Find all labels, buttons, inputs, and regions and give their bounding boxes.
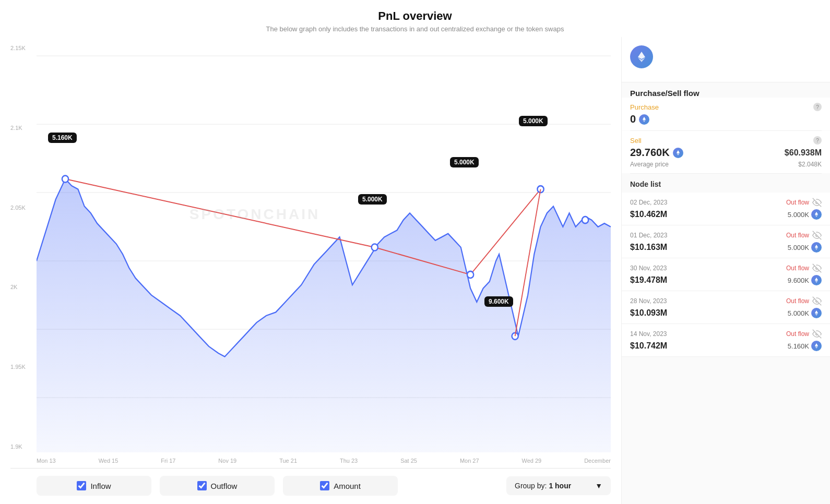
node-usd-2: $10.163M — [630, 243, 667, 252]
node-usd-5: $10.742M — [630, 341, 667, 351]
eye-off-icon-1[interactable] — [812, 198, 822, 207]
sell-help-icon[interactable]: ? — [813, 136, 822, 145]
purchase-eth-icon — [639, 114, 649, 125]
inflow-checkbox[interactable]: Inflow — [37, 476, 151, 496]
x-axis: Mon 13 Wed 15 Fri 17 Nov 19 Tue 21 Thu 2… — [37, 453, 611, 468]
node-usd-1: $10.462M — [630, 210, 667, 219]
node-item: 14 Nov, 2023 Out flow $10.742M 5.160K — [622, 324, 830, 357]
node-eth-4: 5.000K — [788, 308, 822, 318]
node-flow-5: Out flow — [786, 329, 822, 339]
svg-line-10 — [470, 189, 540, 275]
avg-price-row: Average price $2.048K — [630, 161, 822, 168]
outflow-checkbox[interactable]: Outflow — [160, 476, 275, 496]
x-label-10: December — [584, 458, 611, 464]
node-date-3: 30 Nov, 2023 — [630, 265, 667, 272]
node-amount-row-1: $10.462M 5.000K — [630, 209, 822, 220]
x-label-1: Mon 13 — [37, 458, 56, 464]
x-label-3: Fri 17 — [161, 458, 175, 464]
group-by-label: Group by: 1 hour — [515, 482, 571, 490]
page-subtitle: The below graph only includes the transa… — [0, 25, 830, 33]
y-label-3: 2.05K — [10, 205, 37, 211]
amount-checkbox-input[interactable] — [320, 481, 329, 490]
chart-area: 2.15K 2.1K 2.05K 2K 1.95K 1.9K — [0, 37, 621, 504]
node-amount-row-4: $10.093M 5.000K — [630, 308, 822, 318]
node-eth-icon-3 — [811, 275, 822, 285]
avg-price-label: Average price — [630, 161, 669, 168]
node-eth-icon-2 — [811, 242, 822, 253]
node-item-header: 28 Nov, 2023 Out flow — [630, 296, 822, 306]
node-item-header: 01 Dec, 2023 Out flow — [630, 231, 822, 240]
node-date-1: 02 Dec, 2023 — [630, 199, 667, 206]
node-date-5: 14 Nov, 2023 — [630, 330, 667, 338]
avg-price-value: $2.048K — [798, 161, 822, 168]
x-label-4: Nov 19 — [218, 458, 236, 464]
node-eth-icon-4 — [811, 308, 822, 318]
x-label-5: Tue 21 — [279, 458, 297, 464]
sell-usd: $60.938M — [785, 148, 822, 158]
purchase-sell-title: Purchase/Sell flow — [622, 82, 830, 98]
node-item: 28 Nov, 2023 Out flow $10.093M 5.000K — [622, 291, 830, 324]
node-item: 30 Nov, 2023 Out flow $19.478M 9.600K — [622, 258, 830, 291]
node-eth-2: 5.000K — [788, 242, 822, 253]
x-label-8: Mon 27 — [460, 458, 479, 464]
node-flow-3: Out flow — [786, 263, 822, 273]
svg-point-11 — [467, 271, 473, 278]
x-label-6: Thu 23 — [340, 458, 358, 464]
node-flow-1: Out flow — [786, 198, 822, 207]
chart-container: 2.15K 2.1K 2.05K 2K 1.95K 1.9K — [10, 42, 611, 469]
node-eth-icon-1 — [811, 209, 822, 220]
y-label-6: 1.9K — [10, 443, 37, 450]
amount-checkbox[interactable]: Amount — [283, 476, 398, 496]
outflow-label: Outflow — [211, 482, 238, 490]
node-eth-3: 9.600K — [788, 275, 822, 285]
eye-off-icon-4[interactable] — [812, 296, 822, 306]
chevron-down-icon: ▼ — [595, 482, 602, 490]
eye-off-icon-3[interactable] — [812, 263, 822, 273]
node-usd-4: $10.093M — [630, 308, 667, 318]
node-item-header: 30 Nov, 2023 Out flow — [630, 263, 822, 273]
amount-label: Amount — [334, 482, 361, 490]
node-eth-5: 5.160K — [788, 341, 822, 351]
purchase-section: Purchase ? 0 — [622, 98, 830, 130]
eye-off-icon-5[interactable] — [812, 329, 822, 339]
main-content: 2.15K 2.1K 2.05K 2K 1.95K 1.9K — [0, 37, 830, 504]
node-item-header: 14 Nov, 2023 Out flow — [630, 329, 822, 339]
purchase-label: Purchase ? — [630, 103, 822, 111]
y-label-1: 2.15K — [10, 45, 37, 51]
node-amount-row-5: $10.742M 5.160K — [630, 341, 822, 351]
sidebar: Purchase/Sell flow Purchase ? 0 Se — [621, 37, 830, 504]
x-label-7: Sat 25 — [400, 458, 417, 464]
node-item: 02 Dec, 2023 Out flow $10.462M 5.000K — [622, 193, 830, 225]
node-list: 02 Dec, 2023 Out flow $10.462M 5.000K — [622, 193, 830, 504]
sell-label: Sell ? — [630, 136, 822, 145]
node-flow-4: Out flow — [786, 296, 822, 306]
svg-point-9 — [372, 244, 378, 250]
eye-off-icon-2[interactable] — [812, 231, 822, 240]
group-by-select[interactable]: Group by: 1 hour ▼ — [506, 476, 611, 495]
node-amount-row-2: $10.163M 5.000K — [630, 242, 822, 253]
y-axis: 2.15K 2.1K 2.05K 2K 1.95K 1.9K — [10, 42, 37, 452]
x-label-9: Wed 29 — [522, 458, 542, 464]
purchase-help-icon[interactable]: ? — [813, 103, 822, 111]
chart-svg-wrapper: SPOTONCHAIN 5.160K 5.000K 5.000K 5.000K … — [37, 42, 611, 452]
chart-controls: Inflow Outflow Amount Group by: 1 hour ▼ — [10, 469, 611, 499]
y-label-4: 2K — [10, 284, 37, 290]
node-list-title: Node list — [622, 174, 830, 193]
y-label-5: 1.95K — [10, 364, 37, 370]
sell-eth: 29.760K — [630, 147, 670, 159]
node-amount-row-3: $19.478M 9.600K — [630, 275, 822, 285]
svg-line-6 — [65, 179, 375, 247]
purchase-value-row: 0 — [630, 113, 822, 125]
node-flow-2: Out flow — [786, 231, 822, 240]
outflow-checkbox-input[interactable] — [197, 481, 207, 490]
node-eth-icon-5 — [811, 341, 822, 351]
sell-eth-icon — [673, 148, 683, 158]
sell-section: Sell ? 29.760K $60.938M Average price $2… — [622, 131, 830, 173]
inflow-label: Inflow — [90, 482, 111, 490]
page-title: PnL overview — [0, 9, 830, 23]
node-item-header: 02 Dec, 2023 Out flow — [630, 198, 822, 207]
purchase-value: 0 — [630, 113, 636, 125]
inflow-checkbox-input[interactable] — [77, 481, 86, 490]
y-label-2: 2.1K — [10, 125, 37, 131]
svg-point-7 — [62, 175, 68, 182]
